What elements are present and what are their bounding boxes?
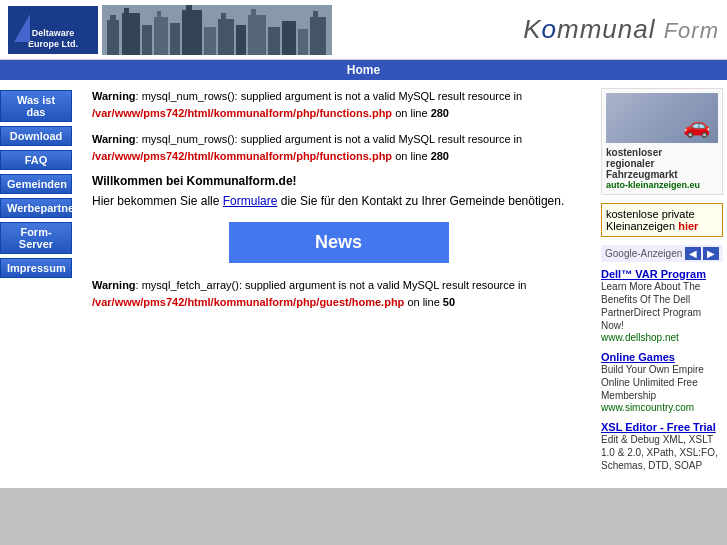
svg-rect-12	[218, 19, 234, 55]
ad-auto-box: kostenloser regionaler Fahrzeugmarkt aut…	[601, 88, 723, 195]
news-button[interactable]: News	[229, 222, 449, 263]
left-sidebar: Was ist das Download FAQ Gemeinden Werbe…	[0, 80, 80, 488]
warning-1-path: /var/www/pms742/html/kommunalform/php/fu…	[92, 107, 392, 119]
svg-rect-21	[313, 11, 318, 19]
header: Deltaware Europe Ltd.	[0, 0, 727, 60]
google-nav-btns: ◀ ▶	[685, 247, 719, 260]
nav-home[interactable]: Home	[331, 61, 396, 79]
svg-rect-3	[122, 13, 140, 55]
warning-2-text: : mysql_num_rows(): supplied argument is…	[136, 133, 523, 145]
svg-rect-5	[142, 25, 152, 55]
sidebar-item-gemeinden[interactable]: Gemeinden	[0, 174, 72, 194]
city-skyline	[102, 5, 332, 55]
google-prev-btn[interactable]: ◀	[685, 247, 701, 260]
svg-rect-20	[310, 17, 326, 55]
site-title: Kommunal Form	[523, 14, 719, 45]
svg-rect-16	[251, 9, 256, 17]
warning-2-line: 280	[431, 150, 449, 162]
main-layout: Was ist das Download FAQ Gemeinden Werbe…	[0, 80, 727, 488]
google-ad-2: XSL Editor - Free Trial Edit & Debug XML…	[601, 421, 723, 472]
google-ad-2-title[interactable]: XSL Editor - Free Trial	[601, 421, 723, 433]
warning-2-label: Warning	[92, 133, 136, 145]
welcome-heading: Willkommen bei Kommunalform.de!	[92, 174, 585, 188]
google-next-btn[interactable]: ▶	[703, 247, 719, 260]
svg-rect-4	[124, 8, 129, 16]
google-ad-0: Dell™ VAR Program Learn More About The B…	[601, 268, 723, 343]
ad-auto-title: kostenloser regionaler Fahrzeugmarkt aut…	[606, 147, 718, 190]
svg-rect-15	[248, 15, 266, 55]
sidebar-item-faq[interactable]: FAQ	[0, 150, 72, 170]
google-ad-1-title[interactable]: Online Games	[601, 351, 723, 363]
warning-3: Warning: mysql_fetch_array(): supplied a…	[92, 277, 585, 310]
warning-1-label: Warning	[92, 90, 136, 102]
sidebar-item-was-ist-das[interactable]: Was ist das	[0, 90, 72, 122]
google-ad-1-body: Build Your Own Empire Online Unlimited F…	[601, 363, 723, 402]
svg-rect-10	[186, 5, 192, 13]
google-ad-0-url: www.dellshop.net	[601, 332, 723, 343]
svg-rect-9	[182, 10, 202, 55]
ad-car-image	[606, 93, 718, 143]
warning-3-path: /var/www/pms742/html/kommunalform/php/gu…	[92, 296, 404, 308]
right-sidebar: kostenloser regionaler Fahrzeugmarkt aut…	[597, 80, 727, 488]
sidebar-item-download[interactable]: Download	[0, 126, 72, 146]
warning-3-text: : mysql_fetch_array(): supplied argument…	[136, 279, 527, 291]
warning-2-suffix: on line	[392, 150, 431, 162]
google-header: Google-Anzeigen ◀ ▶	[601, 245, 723, 262]
warning-3-line: 50	[443, 296, 455, 308]
formulare-link[interactable]: Formulare	[223, 194, 278, 208]
sidebar-item-impressum[interactable]: Impressum	[0, 258, 72, 278]
warning-1-suffix: on line	[392, 107, 431, 119]
logo-area: Deltaware Europe Ltd.	[8, 5, 332, 55]
svg-rect-2	[110, 15, 116, 23]
svg-rect-8	[170, 23, 180, 55]
google-ad-2-body: Edit & Debug XML, XSLT 1.0 & 2.0, XPath,…	[601, 433, 723, 472]
svg-rect-14	[236, 25, 246, 55]
svg-rect-7	[157, 11, 161, 19]
ad-private-box: kostenlose private Kleinanzeigen hier	[601, 203, 723, 237]
content: Warning: mysql_num_rows(): supplied argu…	[80, 80, 597, 488]
sidebar-item-form-server[interactable]: Form-Server	[0, 222, 72, 254]
logo-box: Deltaware Europe Ltd.	[8, 6, 98, 54]
warning-1-line: 280	[431, 107, 449, 119]
google-ad-1-url: www.simcountry.com	[601, 402, 723, 413]
svg-rect-1	[107, 20, 119, 55]
svg-rect-11	[204, 27, 216, 55]
logo-text: Deltaware Europe Ltd.	[28, 28, 78, 50]
svg-rect-18	[282, 21, 296, 55]
warning-1-text: : mysql_num_rows(): supplied argument is…	[136, 90, 523, 102]
google-ad-1: Online Games Build Your Own Empire Onlin…	[601, 351, 723, 413]
nav-bar: Home	[0, 60, 727, 80]
ad-private-link[interactable]: hier	[678, 220, 698, 232]
svg-rect-19	[298, 29, 308, 55]
svg-rect-13	[221, 13, 226, 21]
warning-3-suffix: on line	[404, 296, 443, 308]
warning-1: Warning: mysql_num_rows(): supplied argu…	[92, 88, 585, 121]
desc-text: Hier bekommen Sie alle Formulare die Sie…	[92, 194, 585, 208]
sidebar-item-werbepartner[interactable]: Werbepartner	[0, 198, 72, 218]
svg-rect-6	[154, 17, 168, 55]
svg-rect-17	[268, 27, 280, 55]
warning-2: Warning: mysql_num_rows(): supplied argu…	[92, 131, 585, 164]
google-ads-section: Google-Anzeigen ◀ ▶ Dell™ VAR Program Le…	[601, 245, 723, 480]
warning-3-label: Warning	[92, 279, 136, 291]
logo-triangle	[14, 14, 30, 42]
google-ad-0-title[interactable]: Dell™ VAR Program	[601, 268, 723, 280]
google-ad-0-body: Learn More About The Benefits Of The Del…	[601, 280, 723, 332]
warning-2-path: /var/www/pms742/html/kommunalform/php/fu…	[92, 150, 392, 162]
